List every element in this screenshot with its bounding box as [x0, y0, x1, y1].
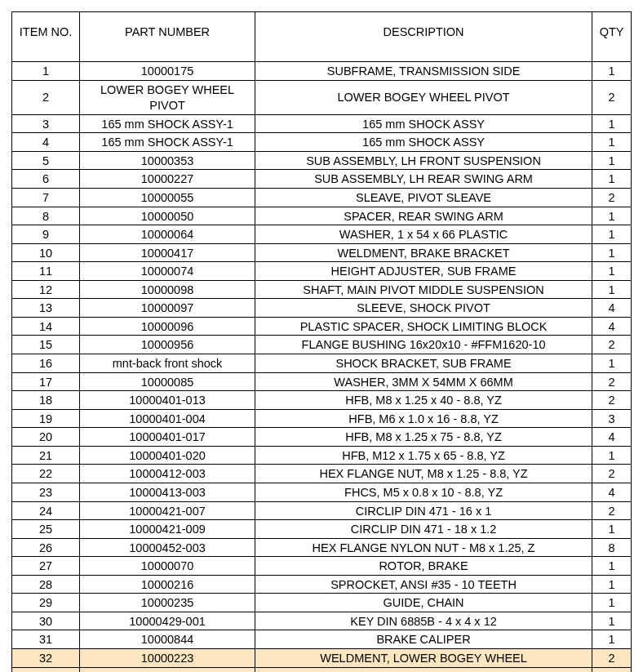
cell-desc: WASHER, 1 x 54 x 66 PLASTIC — [255, 225, 592, 244]
cell-item: 9 — [12, 225, 80, 244]
cell-part: 10000096 — [80, 317, 255, 336]
table-row: 610000227SUB ASSEMBLY, LH REAR SWING ARM… — [12, 170, 632, 189]
table-row: 910000064WASHER, 1 x 54 x 66 PLASTIC1 — [12, 225, 632, 244]
cell-desc: FLANGE BUSHING 16x20x10 - #FFM1620-10 — [255, 336, 592, 354]
table-row: 2210000412-003HEX FLANGE NUT, M8 x 1.25 … — [12, 465, 632, 483]
table-row: 2010000401-017HFB, M8 x 1.25 x 75 - 8.8,… — [12, 428, 632, 447]
cell-desc: HFB, M12 x 1.75 x 65 - 8.8, YZ — [255, 446, 592, 465]
cell-desc: HEX FLANGE NYLON NUT - M8 x 1.25, Z — [255, 538, 592, 557]
cell-item: 13 — [12, 299, 80, 318]
cell-item: 28 — [12, 575, 80, 594]
header-desc: DESCRIPTION — [255, 12, 592, 62]
table-row: 1410000096PLASTIC SPACER, SHOCK LIMITING… — [12, 317, 632, 336]
cell-qty: 1 — [592, 262, 632, 281]
cell-item: 7 — [12, 188, 80, 207]
cell-part: 10000227 — [80, 170, 255, 189]
cell-qty: 1 — [592, 520, 632, 539]
cell-item: 27 — [12, 557, 80, 576]
header-item: ITEM NO. — [12, 12, 80, 62]
cell-part: 10000098 — [80, 280, 255, 299]
cell-part: 10000412-003 — [80, 465, 255, 483]
cell-item: 23 — [12, 483, 80, 501]
cell-desc: SLEEVE, SHOCK PIVOT — [255, 299, 592, 318]
table-row: 16mnt-back front shockSHOCK BRACKET, SUB… — [12, 354, 632, 373]
header-part: PART NUMBER — [80, 12, 255, 62]
cell-item: 8 — [12, 207, 80, 225]
cell-desc: HEX FLANGE NUT, M8 x 1.25 - 8.8, YZ — [255, 465, 592, 483]
cell-qty: 2 — [592, 391, 632, 410]
table-row: 2510000421-009CIRCLIP DIN 471 - 18 x 1.2… — [12, 520, 632, 539]
cell-desc: FHCS, M5 x 0.8 x 10 - 8.8, YZ — [255, 483, 592, 501]
cell-item: 30 — [12, 612, 80, 630]
cell-part: 10000097 — [80, 299, 255, 318]
cell-qty: 2 — [592, 188, 632, 207]
cell-part: 10000417 — [80, 243, 255, 262]
cell-qty: 1 — [592, 557, 632, 576]
cell-desc: PLASTIC SPACER, SHOCK LIMITING BLOCK — [255, 317, 592, 336]
table-row: 3165 mm SHOCK ASSY-1165 mm SHOCK ASSY1 — [12, 114, 632, 133]
cell-qty: 4 — [592, 428, 632, 447]
cell-part: 10000175 — [80, 62, 255, 81]
cell-part: mnt-back front shock — [80, 354, 255, 373]
table-row: 510000353SUB ASSEMBLY, LH FRONT SUSPENSI… — [12, 151, 632, 170]
cell-qty: 1 — [592, 170, 632, 189]
table-row: 1510000956FLANGE BUSHING 16x20x10 - #FFM… — [12, 336, 632, 354]
cell-desc: BRAKE CALIPER — [255, 630, 592, 649]
cell-qty: 1 — [592, 575, 632, 594]
cell-qty: 2 — [592, 80, 632, 114]
cell-qty: 2 — [592, 649, 632, 668]
cell-qty: 4 — [592, 667, 632, 672]
cell-qty: 8 — [592, 538, 632, 557]
cell-part: 10000401-004 — [80, 409, 255, 428]
cell-item: 18 — [12, 391, 80, 410]
cell-desc: HEIGHT ADJUSTER, SUB FRAME — [255, 262, 592, 281]
table-row: 810000050SPACER, REAR SWING ARM1 — [12, 207, 632, 225]
cell-item: 12 — [12, 280, 80, 299]
table-row: 2410000421-007CIRCLIP DIN 471 - 16 x 12 — [12, 501, 632, 520]
cell-desc: SHOCK BRACKET, SUB FRAME — [255, 354, 592, 373]
cell-qty: 1 — [592, 630, 632, 649]
cell-part: 10000353 — [80, 151, 255, 170]
cell-desc: 165 mm SHOCK ASSY — [255, 133, 592, 152]
table-row: 4165 mm SHOCK ASSY-1165 mm SHOCK ASSY1 — [12, 133, 632, 152]
cell-part: 10000223 — [80, 649, 255, 668]
cell-desc: HFB, M8 x 1.25 x 75 - 8.8, YZ — [255, 428, 592, 447]
cell-item: 25 — [12, 520, 80, 539]
cell-qty: 1 — [592, 594, 632, 612]
cell-qty: 2 — [592, 501, 632, 520]
cell-item: 24 — [12, 501, 80, 520]
cell-desc: WASHER, 3MM X 54MM X 66MM — [255, 372, 592, 391]
table-row: 3210000223WELDMENT, LOWER BOGEY WHEEL2 — [12, 649, 632, 668]
cell-desc: CIRCLIP DIN 471 - 18 x 1.2 — [255, 520, 592, 539]
cell-part: 165 mm SHOCK ASSY-1 — [80, 133, 255, 152]
cell-qty: 2 — [592, 465, 632, 483]
cell-qty: 1 — [592, 243, 632, 262]
cell-item: 10 — [12, 243, 80, 262]
cell-item: 22 — [12, 465, 80, 483]
cell-desc: SUB ASSEMBLY, LH REAR SWING ARM — [255, 170, 592, 189]
cell-qty: 1 — [592, 354, 632, 373]
cell-desc: ROTOR, BRAKE — [255, 557, 592, 576]
cell-item: 11 — [12, 262, 80, 281]
cell-qty: 1 — [592, 225, 632, 244]
table-row: 2710000070ROTOR, BRAKE1 — [12, 557, 632, 576]
cell-desc: HFB, M8 x 1.25 x 40 - 8.8, YZ — [255, 391, 592, 410]
cell-part: 10000435 — [80, 667, 255, 672]
cell-part: 10000421-007 — [80, 501, 255, 520]
cell-item: 33 — [12, 667, 80, 672]
cell-item: 31 — [12, 630, 80, 649]
table-row: 3010000429-001KEY DIN 6885B - 4 x 4 x 12… — [12, 612, 632, 630]
cell-item: 16 — [12, 354, 80, 373]
table-row: 1710000085WASHER, 3MM X 54MM X 66MM2 — [12, 372, 632, 391]
table-row: 1210000098SHAFT, MAIN PIVOT MIDDLE SUSPE… — [12, 280, 632, 299]
cell-desc: 165 mm SHOCK ASSY — [255, 114, 592, 133]
cell-qty: 1 — [592, 280, 632, 299]
cell-item: 1 — [12, 62, 80, 81]
cell-desc: SLEAVE, PIVOT SLEAVE — [255, 188, 592, 207]
cell-part: 10000421-009 — [80, 520, 255, 539]
cell-item: 6 — [12, 170, 80, 189]
cell-item: 29 — [12, 594, 80, 612]
cell-item: 26 — [12, 538, 80, 557]
cell-desc: SHAFT, MAIN PIVOT MIDDLE SUSPENSION — [255, 280, 592, 299]
cell-item: 17 — [12, 372, 80, 391]
